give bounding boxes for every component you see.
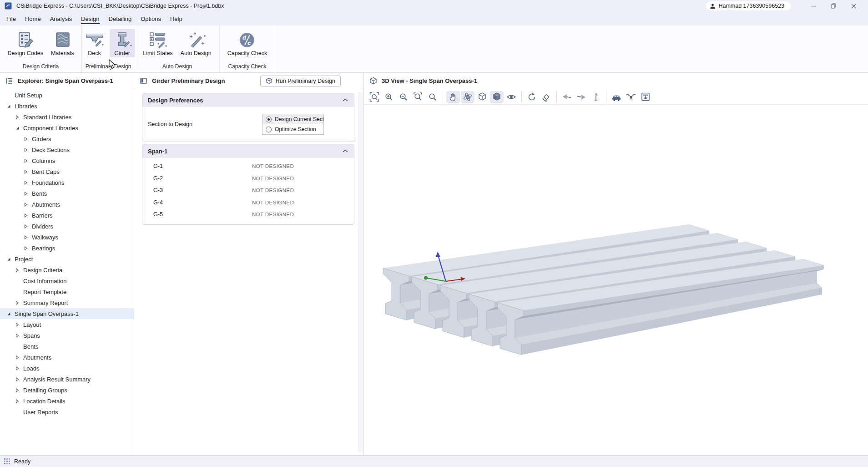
design-preferences-header[interactable]: Design Preferences bbox=[142, 93, 354, 107]
limit-states-button[interactable]: Limit States bbox=[140, 29, 175, 57]
tree-item-walkways[interactable]: Walkways bbox=[0, 232, 134, 243]
tree-item-abutments[interactable]: Abutments bbox=[0, 199, 134, 210]
expanded-arrow-icon[interactable] bbox=[5, 103, 12, 109]
collapsed-arrow-icon[interactable] bbox=[14, 365, 20, 371]
tree-item-bearings[interactable]: Bearings bbox=[0, 243, 134, 254]
tree-item-girders[interactable]: Girders bbox=[0, 133, 134, 144]
tree-item-barriers[interactable]: Barriers bbox=[0, 210, 134, 221]
collapsed-arrow-icon[interactable] bbox=[23, 158, 29, 163]
3d-viewport[interactable] bbox=[364, 105, 868, 455]
visibility-button[interactable] bbox=[505, 91, 518, 103]
girder-row-g-2[interactable]: G-2NOT DESIGNED bbox=[142, 173, 354, 185]
rotate-cw-button[interactable] bbox=[525, 91, 539, 103]
tree-item-bents[interactable]: Bents bbox=[0, 341, 134, 352]
rotate-ccw-button[interactable] bbox=[540, 91, 553, 103]
radio-circle-icon[interactable] bbox=[266, 127, 272, 132]
zoom-extents-button[interactable] bbox=[368, 91, 381, 103]
tree-item-bents[interactable]: Bents bbox=[0, 188, 134, 199]
menu-analysis[interactable]: Analysis bbox=[45, 14, 76, 24]
tree-item-standard-libraries[interactable]: Standard Libraries bbox=[0, 112, 134, 122]
girder-button[interactable]: Girder bbox=[110, 29, 135, 57]
collapsed-arrow-icon[interactable] bbox=[14, 355, 20, 360]
tree-item-columns[interactable]: Columns bbox=[0, 155, 134, 166]
girder-row-g-1[interactable]: G-1NOT DESIGNED bbox=[142, 160, 354, 173]
view-plane-right-button[interactable] bbox=[575, 91, 588, 103]
zoom-button[interactable] bbox=[426, 91, 439, 103]
materials-button[interactable]: Materials bbox=[48, 29, 77, 57]
fly-over-button[interactable] bbox=[624, 91, 638, 103]
collapsed-arrow-icon[interactable] bbox=[23, 169, 29, 174]
menu-file[interactable]: File bbox=[2, 14, 20, 24]
girder-row-g-3[interactable]: G-3NOT DESIGNED bbox=[142, 184, 354, 197]
girder-row-g-4[interactable]: G-4NOT DESIGNED bbox=[142, 197, 354, 209]
tree-item-analysis-result-summary[interactable]: Analysis Result Summary bbox=[0, 374, 134, 385]
collapsed-arrow-icon[interactable] bbox=[23, 245, 29, 251]
minimize-button[interactable] bbox=[803, 0, 823, 11]
menu-help[interactable]: Help bbox=[166, 14, 187, 24]
menu-home[interactable]: Home bbox=[20, 14, 45, 24]
user-account-badge[interactable]: Hammad 1736390596523 bbox=[706, 1, 791, 10]
zoom-in-button[interactable] bbox=[382, 91, 396, 103]
zoom-window-button[interactable] bbox=[411, 91, 425, 103]
span-1-header[interactable]: Span-1 bbox=[142, 144, 354, 158]
tree-item-location-details[interactable]: Location Details bbox=[0, 396, 134, 406]
tree-item-bent-caps[interactable]: Bent Caps bbox=[0, 166, 134, 177]
expanded-arrow-icon[interactable] bbox=[14, 125, 20, 131]
orbit-button[interactable] bbox=[461, 91, 474, 103]
girder-row-g-5[interactable]: G-5NOT DESIGNED bbox=[142, 208, 354, 221]
radio-design-current-secti[interactable]: Design Current Secti bbox=[262, 114, 323, 124]
tree-item-component-libraries[interactable]: Component Libraries bbox=[0, 122, 134, 133]
run-preliminary-design-button[interactable]: Run Preliminary Design bbox=[260, 76, 341, 86]
collapsed-arrow-icon[interactable] bbox=[14, 322, 20, 327]
drive-through-button[interactable] bbox=[610, 91, 623, 103]
tree-item-foundations[interactable]: Foundations bbox=[0, 177, 134, 188]
tree-item-abutments[interactable]: Abutments bbox=[0, 352, 134, 363]
pan-button[interactable] bbox=[446, 91, 460, 103]
menu-design[interactable]: Design bbox=[76, 14, 104, 24]
radio-circle-icon[interactable] bbox=[266, 117, 272, 122]
collapsed-arrow-icon[interactable] bbox=[14, 300, 20, 305]
close-button[interactable] bbox=[843, 0, 863, 11]
design-panel-scrollbar[interactable] bbox=[358, 92, 363, 452]
tree-item-design-criteria[interactable]: Design Criteria bbox=[0, 264, 134, 275]
tree-item-detailing-groups[interactable]: Detailing Groups bbox=[0, 385, 134, 396]
menu-options[interactable]: Options bbox=[136, 14, 166, 24]
collapsed-arrow-icon[interactable] bbox=[14, 114, 20, 120]
capacity-check-button[interactable]: d c Capacity Check bbox=[225, 29, 270, 57]
tree-item-loads[interactable]: Loads bbox=[0, 363, 134, 374]
tree-item-summary-report[interactable]: Summary Report bbox=[0, 297, 134, 308]
collapsed-arrow-icon[interactable] bbox=[23, 136, 29, 142]
collapsed-arrow-icon[interactable] bbox=[23, 180, 29, 185]
collapsed-arrow-icon[interactable] bbox=[14, 267, 20, 273]
tree-item-single-span-overpass-1[interactable]: Single Span Overpass-1 bbox=[0, 308, 134, 319]
tree-item-layout[interactable]: Layout bbox=[0, 319, 134, 330]
deck-button[interactable]: Deck bbox=[82, 29, 107, 57]
tree-item-cost-information[interactable]: Cost Information bbox=[0, 275, 134, 286]
tree-item-deck-sections[interactable]: Deck Sections bbox=[0, 144, 134, 155]
wireframe-view-button[interactable] bbox=[475, 91, 489, 103]
maximize-button[interactable] bbox=[823, 0, 843, 11]
collapsed-arrow-icon[interactable] bbox=[23, 213, 29, 218]
zoom-out-button[interactable] bbox=[397, 91, 410, 103]
expanded-arrow-icon[interactable] bbox=[5, 311, 12, 316]
collapse-chevron-icon[interactable] bbox=[342, 98, 348, 102]
collapsed-arrow-icon[interactable] bbox=[23, 223, 29, 229]
collapsed-arrow-icon[interactable] bbox=[14, 333, 20, 338]
collapsed-arrow-icon[interactable] bbox=[23, 147, 29, 152]
tree-item-spans[interactable]: Spans bbox=[0, 330, 134, 341]
tree-item-project[interactable]: Project bbox=[0, 254, 134, 264]
view-plane-vertical-button[interactable] bbox=[589, 91, 603, 103]
tree-item-libraries[interactable]: Libraries bbox=[0, 101, 134, 112]
collapse-chevron-icon[interactable] bbox=[342, 149, 348, 153]
design-codes-button[interactable]: Design Codes bbox=[5, 29, 46, 57]
radio-optimize-section[interactable]: Optimize Section bbox=[262, 124, 323, 134]
shaded-view-button[interactable] bbox=[490, 91, 504, 103]
auto-design-button[interactable]: Auto Design bbox=[178, 29, 214, 57]
tree-item-dividers[interactable]: Dividers bbox=[0, 221, 134, 232]
tree-item-report-template[interactable]: Report Template bbox=[0, 286, 134, 297]
collapsed-arrow-icon[interactable] bbox=[14, 376, 20, 382]
tree-item-user-reports[interactable]: User Reports bbox=[0, 406, 134, 417]
section-cut-button[interactable] bbox=[639, 91, 652, 103]
view-plane-left-button[interactable] bbox=[560, 91, 574, 103]
collapsed-arrow-icon[interactable] bbox=[23, 202, 29, 207]
